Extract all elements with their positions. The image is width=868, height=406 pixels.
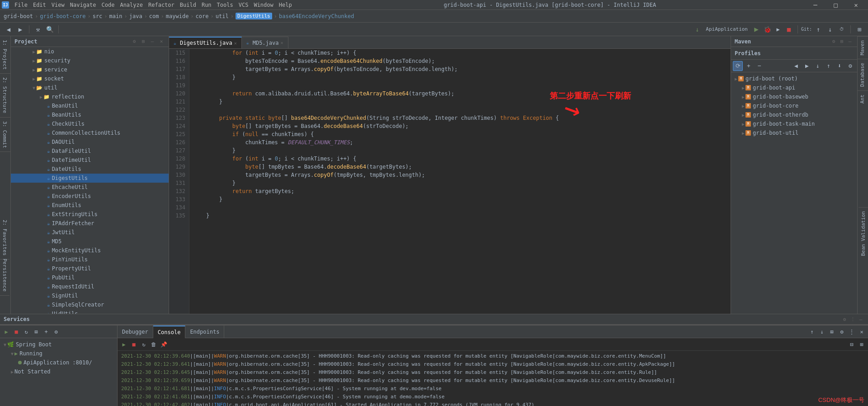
tab-digestutils[interactable]: ☕ DigestUtils.java ✕: [169, 37, 242, 48]
layout-button[interactable]: ⊞: [854, 24, 864, 34]
maven-settings-icon[interactable]: ⚙: [830, 38, 837, 45]
tree-item-daoutil[interactable]: ☕ DAOUtil: [11, 137, 169, 146]
console-pin-btn[interactable]: 📌: [159, 340, 168, 349]
maven-arrow-right[interactable]: ▶: [802, 61, 812, 71]
tab-close-digestutils[interactable]: ✕: [234, 41, 237, 46]
toolbar-search[interactable]: 🔍: [45, 24, 55, 34]
services-settings-btn[interactable]: ⚙: [52, 327, 61, 336]
sidebar-settings-icon[interactable]: ⚙: [131, 38, 138, 45]
breadcrumb-java[interactable]: java: [129, 13, 142, 19]
right-tab-bean-validation[interactable]: Bean Validation: [859, 207, 868, 260]
breadcrumb-src[interactable]: src: [93, 13, 103, 19]
breadcrumb-grid-boot-core[interactable]: grid-boot-core: [40, 13, 85, 19]
tree-item-signutil[interactable]: ☕ SignUtil: [11, 291, 169, 300]
tree-item-ipaddrfetcher[interactable]: ☕ IPAddrFetcher: [11, 219, 169, 228]
breadcrumb-maywide[interactable]: maywide: [166, 13, 189, 19]
menu-refactor[interactable]: Refactor: [146, 1, 177, 9]
breadcrumb-digest-utils[interactable]: DigestUtils: [236, 13, 272, 19]
maven-minimize-icon[interactable]: —: [846, 38, 854, 45]
left-tab-commit[interactable]: 3: Commit: [0, 118, 10, 152]
maven-item-baseweb[interactable]: ▶ M grid-boot-baseweb: [731, 92, 857, 101]
services-restart-btn[interactable]: ↻: [22, 327, 31, 336]
breadcrumb-com[interactable]: com: [149, 13, 159, 19]
maven-add-button[interactable]: +: [744, 61, 754, 71]
right-tab-ant[interactable]: Ant: [858, 90, 868, 107]
services-springboot-group[interactable]: ▼ 🌿 Spring Boot: [0, 340, 117, 349]
tree-item-encoderutils[interactable]: ☕ EncoderUtils: [11, 192, 169, 201]
services-api-app[interactable]: ApiApplication :8010/: [0, 358, 117, 367]
menu-code[interactable]: Code: [99, 1, 118, 9]
left-tab-structure[interactable]: 2: Structure: [0, 74, 10, 117]
services-add-btn[interactable]: +: [42, 327, 51, 336]
console-up-btn[interactable]: ↑: [807, 327, 816, 336]
right-tab-maven[interactable]: Maven: [858, 36, 868, 59]
services-filter-btn[interactable]: ⊞: [32, 327, 41, 336]
menu-analyze[interactable]: Analyze: [117, 1, 146, 9]
console-down-btn[interactable]: ↓: [817, 327, 826, 336]
tab-md5[interactable]: ☕ MD5.java ✕: [242, 37, 288, 48]
tab-close-md5[interactable]: ✕: [280, 40, 283, 45]
tree-item-socket[interactable]: ▶ 📁 socket: [11, 74, 169, 83]
tree-item-reflection[interactable]: ▶ 📁 reflection: [11, 92, 169, 101]
console-fold-btn[interactable]: ⊟: [847, 340, 856, 349]
console-clear-btn[interactable]: 🗑: [149, 340, 158, 349]
breadcrumb-util[interactable]: util: [216, 13, 229, 19]
breadcrumb-grid-boot[interactable]: grid-boot: [4, 13, 33, 19]
tree-item-enumutils[interactable]: ☕ EnumUtils: [11, 201, 169, 210]
sidebar-expand-icon[interactable]: ⊞: [140, 38, 147, 45]
maven-item-task-main[interactable]: ▶ M grid-boot-task-main: [731, 119, 857, 128]
services-more-icon[interactable]: ⋮: [849, 316, 856, 323]
close-button[interactable]: ✕: [846, 0, 866, 10]
menu-help[interactable]: Help: [276, 1, 295, 9]
tree-item-nio[interactable]: ▶ 📁 nio: [11, 47, 169, 56]
console-run-btn[interactable]: ▶: [119, 340, 128, 349]
tree-item-jwtutil[interactable]: ☕ JwtUtil: [11, 228, 169, 237]
console-restart-btn[interactable]: ↻: [139, 340, 148, 349]
menu-run[interactable]: Run: [199, 1, 214, 9]
services-minimize-icon[interactable]: —: [857, 316, 864, 323]
sidebar-close-icon[interactable]: ✕: [158, 38, 165, 45]
maven-item-api[interactable]: ▶ M grid-boot-api: [731, 83, 857, 92]
sidebar-minimize-icon[interactable]: —: [149, 38, 156, 45]
maven-refresh-button[interactable]: ⟳: [733, 61, 743, 71]
left-tab-persistence[interactable]: Persistence: [0, 255, 9, 296]
tree-item-service[interactable]: ▶ 📁 service: [11, 65, 169, 74]
maven-item-otherdb[interactable]: ▶ M grid-boot-otherdb: [731, 110, 857, 119]
tree-item-commoncollectionutils[interactable]: ☕ CommonCollectionUtils: [11, 128, 169, 137]
coverage-button[interactable]: ▶: [773, 24, 783, 34]
maven-expand-icon[interactable]: ⊞: [838, 38, 845, 45]
menu-tools[interactable]: Tools: [214, 1, 236, 9]
run-button[interactable]: ▶: [751, 24, 761, 34]
tree-item-extstringutils[interactable]: ☕ ExtStringUtils: [11, 210, 169, 219]
tab-debugger[interactable]: Debugger: [118, 326, 153, 338]
git-history[interactable]: ⏱: [837, 24, 847, 34]
tree-item-digestutils[interactable]: ☕ DigestUtils: [11, 174, 169, 183]
maven-item-root[interactable]: ▶ M grid-boot (root): [731, 74, 857, 83]
code-editor[interactable]: for (int i = 0; i < chunkTimes; i++) { b…: [189, 49, 731, 314]
git-pull[interactable]: ↓: [825, 24, 835, 34]
services-running-group[interactable]: ▼ ▶ Running: [0, 349, 117, 358]
console-stop-btn[interactable]: ■: [129, 340, 138, 349]
menu-edit[interactable]: Edit: [30, 1, 49, 9]
console-filter-btn[interactable]: ⊞: [827, 327, 836, 336]
minimize-button[interactable]: ─: [805, 0, 826, 10]
menu-view[interactable]: View: [49, 1, 67, 9]
menu-window[interactable]: Window: [251, 1, 276, 9]
menu-file[interactable]: File: [12, 1, 30, 9]
breadcrumb-main[interactable]: main: [109, 13, 123, 19]
tree-item-ehcacheutil[interactable]: ☕ EhcacheUtil: [11, 183, 169, 192]
tree-item-md5[interactable]: ☕ MD5: [11, 237, 169, 246]
maven-settings2[interactable]: ⚙: [845, 61, 855, 71]
tree-item-util[interactable]: ▼ 📂 util: [11, 83, 169, 92]
console-maximize-btn[interactable]: ⊞: [857, 340, 866, 349]
services-run-btn[interactable]: ▶: [2, 327, 11, 336]
toolbar-git-update[interactable]: ↓: [692, 24, 702, 34]
tree-item-beanutils[interactable]: ☕ BeanUtils: [11, 110, 169, 119]
maximize-button[interactable]: □: [826, 0, 846, 10]
breadcrumb-method[interactable]: base64EncodeVeryChunked: [279, 13, 354, 19]
services-stop-btn[interactable]: ■: [12, 327, 21, 336]
tab-console[interactable]: Console: [153, 326, 186, 338]
tree-item-uidutils[interactable]: ☕ UidUtils: [11, 309, 169, 314]
tree-item-requestidutil[interactable]: ☕ RequestIdUtil: [11, 282, 169, 291]
tree-item-checkutils[interactable]: ☕ CheckUtils: [11, 119, 169, 128]
